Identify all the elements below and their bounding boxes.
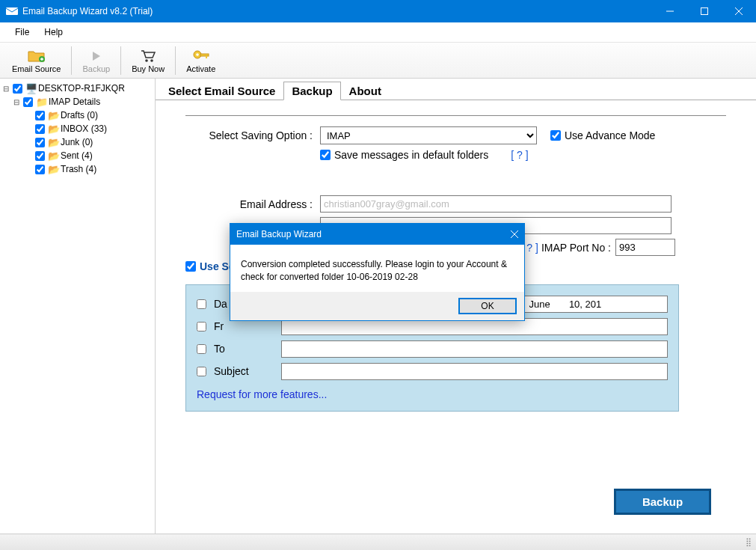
modal-overlay: Email Backup Wizard Conversion completed… [0,0,756,550]
success-dialog: Email Backup Wizard Conversion completed… [230,223,525,321]
dialog-title: Email Backup Wizard [236,229,322,239]
ok-button[interactable]: OK [458,298,517,314]
dialog-message: Conversion completed successfully. Pleas… [230,245,524,292]
dialog-titlebar: Email Backup Wizard [230,224,524,245]
close-icon[interactable] [511,230,518,238]
